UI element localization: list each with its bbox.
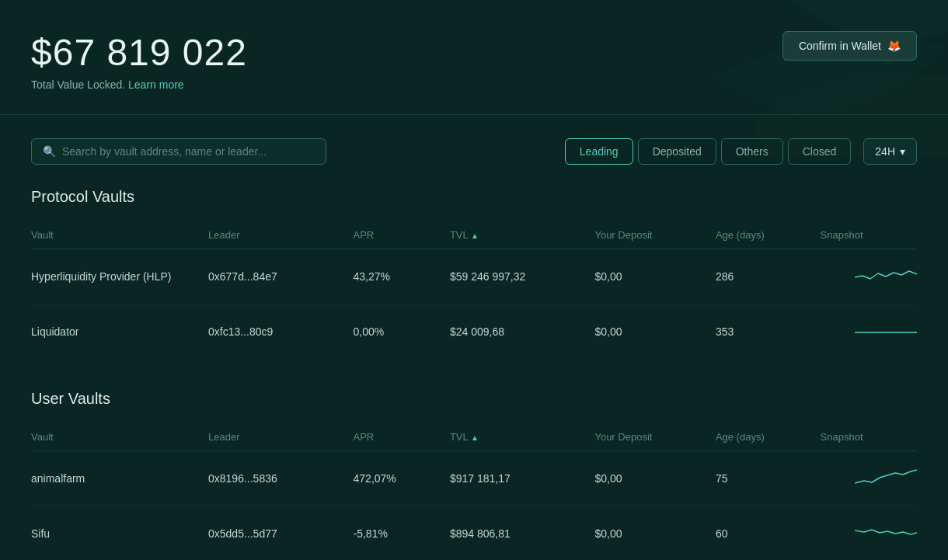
vault-leader: 0x677d...84e7 [208, 249, 354, 304]
user-vaults-title: User Vaults [31, 390, 917, 408]
vault-deposit: $0,00 [594, 249, 715, 304]
vault-tvl: $917 181,17 [450, 451, 595, 506]
col-header-snapshot: Snapshot [821, 423, 917, 451]
col-header-vault: Vault [31, 423, 208, 451]
protocol-vaults-table: Vault Leader APR TVL ▲ Your Deposit Age … [31, 221, 917, 359]
table-row[interactable]: Hyperliquidity Provider (HLP) 0x677d...8… [31, 249, 917, 304]
tvl-sort-icon: ▲ [471, 231, 479, 240]
vault-apr: -5,81% [354, 506, 450, 561]
protocol-vaults-section: Protocol Vaults Vault Leader APR TVL ▲ Y… [31, 188, 917, 359]
vault-age: 353 [716, 304, 821, 360]
col-header-deposit: Your Deposit [594, 423, 715, 451]
vault-deposit: $0,00 [594, 451, 715, 506]
col-header-apr: APR [354, 221, 450, 249]
filter-row: 🔍 Leading Deposited Others Closed 24H ▾ [31, 138, 917, 165]
col-header-tvl[interactable]: TVL ▲ [450, 423, 595, 451]
table-row[interactable]: animalfarm 0x8196...5836 472,07% $917 18… [31, 451, 917, 506]
search-icon: 🔍 [43, 145, 56, 158]
vault-apr: 43,27% [354, 249, 450, 304]
vault-name: Hyperliquidity Provider (HLP) [31, 249, 208, 304]
filter-btn-deposited[interactable]: Deposited [638, 138, 716, 165]
vault-tvl: $24 009,68 [450, 304, 595, 360]
vault-tvl: $59 246 997,32 [450, 249, 595, 304]
search-input[interactable] [62, 145, 315, 158]
vault-name: Sifu [31, 506, 208, 561]
sparkline-chart [855, 317, 917, 344]
vault-name: Liquidator [31, 304, 208, 360]
filter-buttons: Leading Deposited Others Closed 24H ▾ [565, 138, 917, 165]
filter-btn-closed[interactable]: Closed [788, 138, 852, 165]
table-row[interactable]: Sifu 0x5dd5...5d77 -5,81% $894 806,81 $0… [31, 506, 917, 561]
sparkline-chart [855, 519, 917, 546]
sparkline-chart [855, 464, 917, 491]
wallet-icon: 🦊 [887, 40, 901, 52]
user-vaults-section: User Vaults Vault Leader APR TVL ▲ Your … [31, 390, 917, 560]
vault-snapshot [821, 451, 917, 506]
protocol-vaults-title: Protocol Vaults [31, 188, 917, 206]
search-box: 🔍 [31, 138, 326, 165]
vault-age: 286 [716, 249, 821, 304]
col-header-apr: APR [354, 423, 450, 451]
tvl-sort-icon: ▲ [471, 433, 479, 442]
vault-age: 75 [716, 451, 821, 506]
vault-tvl: $894 806,81 [450, 506, 595, 561]
learn-more-link[interactable]: Learn more [128, 78, 184, 91]
col-header-vault: Vault [31, 221, 208, 249]
col-header-tvl[interactable]: TVL ▲ [450, 221, 595, 249]
confirm-wallet-label: Confirm in Wallet [799, 40, 881, 52]
vault-age: 60 [716, 506, 821, 561]
vault-leader: 0x8196...5836 [208, 451, 354, 506]
vault-apr: 472,07% [354, 451, 450, 506]
filter-btn-leading[interactable]: Leading [565, 138, 633, 165]
vault-snapshot [821, 249, 917, 304]
user-vaults-table: Vault Leader APR TVL ▲ Your Deposit Age … [31, 423, 917, 560]
vault-leader: 0x5dd5...5d77 [208, 506, 354, 561]
tvl-label: Total Value Locked. Learn more [31, 78, 917, 91]
col-header-leader: Leader [208, 221, 354, 249]
filter-btn-others[interactable]: Others [721, 138, 783, 165]
vault-name: animalfarm [31, 451, 208, 506]
col-header-deposit: Your Deposit [594, 221, 715, 249]
vault-apr: 0,00% [354, 304, 450, 360]
table-row[interactable]: Liquidator 0xfc13...80c9 0,00% $24 009,6… [31, 304, 917, 360]
col-header-leader: Leader [208, 423, 354, 451]
chevron-down-icon: ▾ [900, 145, 905, 158]
time-filter-select[interactable]: 24H ▾ [863, 138, 917, 165]
vault-leader: 0xfc13...80c9 [208, 304, 354, 360]
col-header-age: Age (days) [716, 221, 821, 249]
vault-snapshot [821, 506, 917, 561]
col-header-age: Age (days) [716, 423, 821, 451]
sparkline-chart [855, 262, 917, 289]
vault-deposit: $0,00 [594, 506, 715, 561]
col-header-snapshot: Snapshot [821, 221, 917, 249]
vault-deposit: $0,00 [594, 304, 715, 360]
vault-snapshot [821, 304, 917, 360]
confirm-wallet-button[interactable]: Confirm in Wallet 🦊 [782, 31, 917, 61]
